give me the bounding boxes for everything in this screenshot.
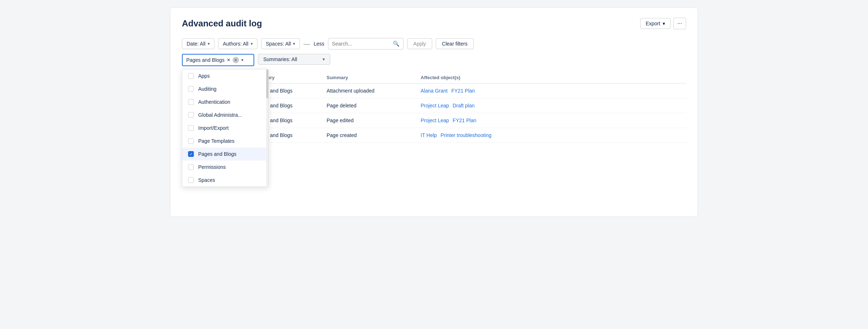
scrollbar-thumb[interactable] — [266, 69, 268, 98]
filters-row: Date: All ▾ Authors: All ▾ Spaces: All ▾… — [182, 38, 686, 50]
export-label: Export — [646, 21, 660, 26]
auditing-checkbox[interactable] — [188, 86, 194, 92]
col-header-summary: Summary — [327, 75, 421, 80]
category-filter-dropdown[interactable]: Pages and Blogs ✕ ✕ ▾ — [182, 54, 254, 66]
dropdown-item-import-export[interactable]: Import/Export — [182, 121, 268, 134]
row4-affected-link1[interactable]: IT Help — [421, 132, 437, 138]
summaries-label: Summaries: All — [263, 56, 297, 62]
pages-blogs-label: Pages and Blogs — [198, 151, 237, 157]
dropdown-item-permissions[interactable]: Permissions — [182, 161, 268, 174]
search-box: 🔍 — [328, 38, 404, 50]
dropdown-item-pages-blogs[interactable]: Pages and Blogs — [182, 148, 268, 161]
row2-affected-link2[interactable]: Draft plan — [453, 103, 475, 108]
row4-affected: IT Help Printer troubleshooting — [421, 132, 686, 138]
search-input[interactable] — [332, 41, 390, 47]
export-chevron-icon: ▾ — [663, 21, 665, 26]
spaces-checkbox[interactable] — [188, 177, 194, 183]
spaces-chevron-icon: ▾ — [293, 41, 295, 46]
row3-summary: Page edited — [327, 118, 421, 123]
dropdown-item-apps[interactable]: Apps — [182, 69, 268, 82]
permissions-label: Permissions — [198, 164, 226, 170]
col-header-affected: Affected object(s) — [421, 75, 686, 80]
clear-filters-button[interactable]: Clear filters — [436, 38, 474, 49]
search-icon: 🔍 — [393, 40, 400, 47]
dropdown-item-global-admin[interactable]: Global Administra... — [182, 108, 268, 121]
category-chevron-icon: ▾ — [241, 57, 243, 63]
row2-affected-link1[interactable]: Project Leap — [421, 103, 449, 108]
authors-filter[interactable]: Authors: All ▾ — [218, 38, 258, 49]
clear-filters-label: Clear filters — [442, 41, 468, 47]
category-tag-label: Pages and Blogs — [186, 57, 225, 63]
spaces-filter-label: Spaces: All — [266, 41, 291, 47]
row4-summary: Page created — [327, 132, 421, 138]
scrollbar-track[interactable] — [266, 69, 268, 187]
row4-affected-link2[interactable]: Printer troubleshooting — [441, 132, 492, 138]
less-label: Less — [314, 41, 324, 47]
less-button[interactable]: Less — [314, 41, 324, 47]
auditing-label: Auditing — [198, 86, 217, 92]
authors-chevron-icon: ▾ — [251, 41, 253, 46]
row3-affected-link2[interactable]: FY21 Plan — [453, 118, 476, 123]
divider: — — [303, 40, 310, 48]
dropdown-item-authentication[interactable]: Authentication — [182, 95, 268, 108]
row3-affected-link1[interactable]: Project Leap — [421, 118, 449, 123]
apps-checkbox[interactable] — [188, 73, 194, 79]
date-filter[interactable]: Date: All ▾ — [182, 38, 214, 49]
apply-button[interactable]: Apply — [407, 38, 432, 49]
category-filter-wrapper: Pages and Blogs ✕ ✕ ▾ Apps Auditing Auth… — [182, 54, 254, 66]
global-admin-checkbox[interactable] — [188, 112, 194, 118]
row1-affected-link2[interactable]: FY21 Plan — [451, 88, 475, 94]
row2-summary: Page deleted — [327, 103, 421, 108]
authors-filter-label: Authors: All — [223, 41, 248, 47]
row1-affected-link1[interactable]: Alana Grant — [421, 88, 448, 94]
spaces-label: Spaces — [198, 177, 215, 183]
export-button[interactable]: Export ▾ — [640, 18, 670, 29]
pages-blogs-checkbox[interactable] — [188, 151, 194, 157]
summaries-chevron-icon: ▾ — [323, 57, 325, 62]
dropdown-item-page-templates[interactable]: Page Templates — [182, 134, 268, 148]
main-card: Advanced audit log Export ▾ ··· Date: Al… — [170, 7, 698, 217]
row3-affected: Project Leap FY21 Plan — [421, 118, 686, 123]
second-filter-row: Pages and Blogs ✕ ✕ ▾ Apps Auditing Auth… — [182, 54, 686, 66]
authentication-label: Authentication — [198, 99, 230, 105]
header-actions: Export ▾ ··· — [640, 18, 686, 29]
spaces-filter[interactable]: Spaces: All ▾ — [261, 38, 300, 49]
category-clear-icon[interactable]: ✕ — [233, 57, 239, 63]
date-filter-label: Date: All — [187, 41, 205, 47]
more-label: ··· — [677, 20, 682, 26]
permissions-checkbox[interactable] — [188, 164, 194, 170]
import-export-checkbox[interactable] — [188, 125, 194, 131]
row2-affected: Project Leap Draft plan — [421, 103, 686, 108]
apps-label: Apps — [198, 73, 210, 79]
category-dropdown-menu: Apps Auditing Authentication Global Admi… — [182, 69, 269, 187]
authentication-checkbox[interactable] — [188, 99, 194, 105]
dropdown-item-spaces[interactable]: Spaces — [182, 174, 268, 187]
date-chevron-icon: ▾ — [208, 41, 210, 46]
page-templates-checkbox[interactable] — [188, 138, 194, 144]
page-templates-label: Page Templates — [198, 138, 234, 144]
page-title: Advanced audit log — [182, 18, 262, 29]
header-row: Advanced audit log Export ▾ ··· — [182, 18, 686, 29]
apply-label: Apply — [413, 41, 426, 47]
row1-summary: Attachment uploaded — [327, 88, 421, 94]
more-button[interactable]: ··· — [673, 18, 686, 29]
row1-affected: Alana Grant FY21 Plan — [421, 88, 686, 94]
import-export-label: Import/Export — [198, 125, 229, 131]
global-admin-label: Global Administra... — [198, 112, 242, 118]
summaries-filter[interactable]: Summaries: All ▾ — [258, 54, 330, 65]
category-tag-remove-icon[interactable]: ✕ — [227, 57, 230, 63]
dropdown-item-auditing[interactable]: Auditing — [182, 82, 268, 95]
